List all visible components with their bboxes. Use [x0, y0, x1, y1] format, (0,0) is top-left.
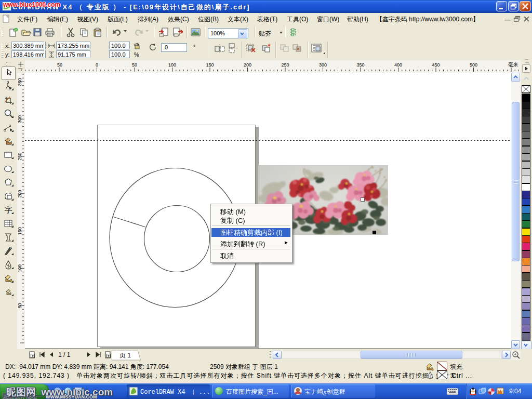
svg-text:50: 50: [132, 62, 137, 68]
svg-text:250: 250: [17, 153, 22, 161]
svg-text:200: 200: [17, 190, 22, 197]
svg-text:0: 0: [96, 62, 98, 68]
svg-text:200: 200: [244, 62, 251, 68]
svg-text:350: 350: [17, 78, 22, 86]
svg-text:350: 350: [356, 62, 364, 68]
svg-text:毫米: 毫米: [508, 62, 518, 68]
svg-text:300: 300: [319, 62, 327, 68]
svg-text:100: 100: [168, 62, 176, 68]
svg-text:450: 450: [432, 62, 440, 68]
svg-text:50: 50: [17, 303, 22, 308]
svg-text:250: 250: [281, 62, 289, 68]
svg-text:50: 50: [57, 62, 62, 68]
svg-text:150: 150: [206, 62, 214, 68]
svg-text:150: 150: [17, 227, 22, 235]
svg-text:400: 400: [394, 62, 402, 68]
svg-text:300: 300: [17, 115, 22, 123]
svg-text:100: 100: [17, 264, 22, 272]
svg-text:500: 500: [470, 62, 477, 68]
